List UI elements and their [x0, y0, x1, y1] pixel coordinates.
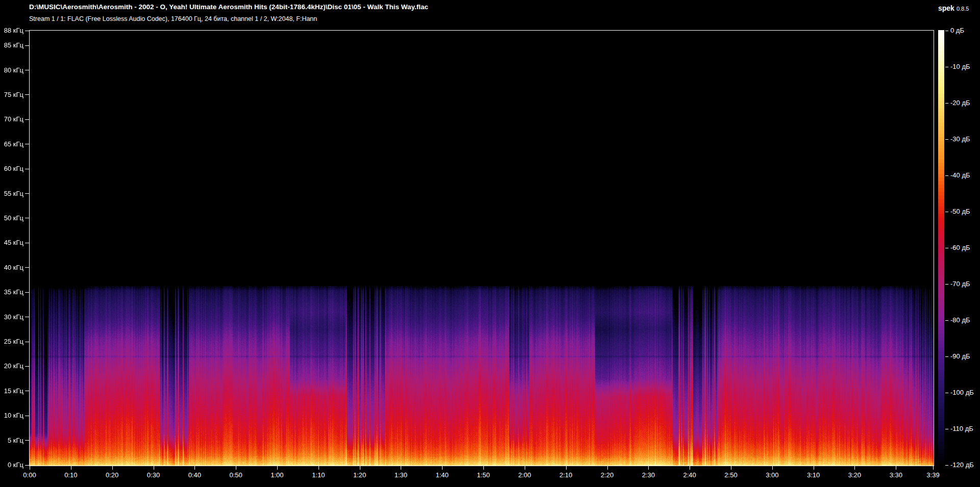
freq-tick-label: 15 кГц [0, 387, 23, 395]
time-tick-label: 1:30 [388, 471, 413, 479]
db-tick [945, 103, 948, 104]
time-tick [566, 466, 567, 470]
db-tick [945, 356, 948, 357]
freq-tick [25, 440, 29, 441]
freq-tick-label: 25 кГц [0, 338, 23, 346]
time-tick [30, 466, 30, 470]
db-tick [945, 175, 948, 176]
db-tick-label: -40 дБ [950, 171, 980, 180]
db-tick-label: -10 дБ [950, 63, 980, 71]
db-tick [945, 212, 948, 212]
time-tick-label: 0:00 [17, 471, 42, 479]
freq-tick-label: 0 кГц [0, 461, 23, 469]
freq-tick-label: 65 кГц [0, 140, 23, 148]
freq-tick [25, 31, 29, 31]
freq-tick [25, 292, 29, 293]
time-tick-label: 2:10 [553, 471, 579, 479]
db-tick-label: -90 дБ [950, 352, 980, 361]
db-tick-label: -20 дБ [950, 99, 980, 107]
freq-tick [25, 366, 29, 367]
time-tick [525, 466, 525, 470]
db-tick-label: -50 дБ [950, 208, 980, 216]
time-tick-label: 3:20 [842, 471, 867, 479]
freq-tick [25, 144, 29, 144]
freq-tick [25, 45, 29, 46]
freq-tick [25, 391, 29, 391]
time-tick-label: 1:50 [471, 471, 496, 479]
stream-info: Stream 1 / 1: FLAC (Free Lossless Audio … [29, 15, 317, 22]
freq-tick-label: 85 кГц [0, 41, 23, 49]
time-tick-label: 1:10 [306, 471, 331, 479]
time-tick [648, 466, 649, 470]
time-tick-label: 0:30 [141, 471, 166, 479]
time-tick [854, 466, 855, 470]
freq-tick [25, 70, 29, 70]
app-version: 0.8.5 [957, 6, 969, 12]
db-tick [945, 248, 948, 248]
time-tick-label: 3:39 [920, 471, 946, 479]
db-tick [945, 465, 948, 466]
time-tick [690, 466, 690, 470]
db-color-scale [938, 30, 944, 466]
app-name: spek [938, 4, 954, 12]
freq-tick-label: 45 кГц [0, 239, 23, 247]
freq-tick-label: 30 кГц [0, 313, 23, 321]
spek-window: D:\MUSIC\Aerosmith\Aerosmith - 2002 - O,… [0, 0, 980, 487]
freq-tick [25, 169, 29, 169]
db-tick-label: -100 дБ [950, 389, 980, 397]
time-tick-label: 2:00 [512, 471, 537, 479]
freq-tick-label: 40 кГц [0, 264, 23, 272]
freq-tick-label: 20 кГц [0, 362, 23, 370]
freq-tick [25, 94, 29, 95]
time-tick [933, 466, 934, 470]
time-tick-label: 0:40 [182, 471, 207, 479]
db-tick [945, 320, 948, 321]
db-tick-label: -30 дБ [950, 135, 980, 143]
freq-tick-label: 55 кГц [0, 190, 23, 198]
db-tick [945, 139, 948, 140]
db-tick-label: -60 дБ [950, 244, 980, 252]
db-tick [945, 429, 948, 429]
freq-tick-label: 60 кГц [0, 165, 23, 173]
freq-tick [25, 267, 29, 268]
db-tick [945, 31, 948, 31]
freq-tick-label: 10 кГц [0, 412, 23, 420]
time-tick-label: 2:50 [718, 471, 744, 479]
freq-tick-label: 35 кГц [0, 288, 23, 296]
freq-tick-label: 70 кГц [0, 115, 23, 123]
freq-tick [25, 218, 29, 218]
time-tick-label: 0:10 [58, 471, 84, 479]
time-tick [607, 466, 608, 470]
time-tick [814, 466, 814, 470]
freq-tick-label: 75 кГц [0, 91, 23, 99]
time-tick [772, 466, 773, 470]
time-tick-label: 0:50 [223, 471, 249, 479]
time-tick-label: 2:40 [677, 471, 702, 479]
freq-tick [25, 342, 29, 342]
freq-tick [25, 193, 29, 194]
freq-tick [25, 119, 29, 120]
time-tick-label: 1:40 [429, 471, 455, 479]
freq-tick [25, 243, 29, 243]
time-tick [442, 466, 443, 470]
file-path-title: D:\MUSIC\Aerosmith\Aerosmith - 2002 - O,… [29, 3, 428, 11]
time-tick-label: 2:30 [635, 471, 661, 479]
freq-tick [25, 317, 29, 317]
freq-tick-label: 50 кГц [0, 214, 23, 222]
db-tick [945, 284, 948, 285]
app-brand: spek0.8.5 [938, 4, 969, 13]
time-tick-label: 1:00 [264, 471, 290, 479]
freq-tick-label: 88 кГц [0, 27, 23, 35]
db-tick-label: 0 дБ [950, 27, 980, 35]
db-tick [945, 67, 948, 67]
time-tick-label: 0:20 [100, 471, 125, 479]
time-tick [112, 466, 113, 470]
time-tick [236, 466, 236, 470]
time-tick [731, 466, 731, 470]
time-tick [71, 466, 71, 470]
time-tick [360, 466, 360, 470]
time-tick [401, 466, 401, 470]
time-tick-label: 3:30 [883, 471, 909, 479]
time-tick [318, 466, 319, 470]
spectrogram-canvas [30, 31, 934, 466]
